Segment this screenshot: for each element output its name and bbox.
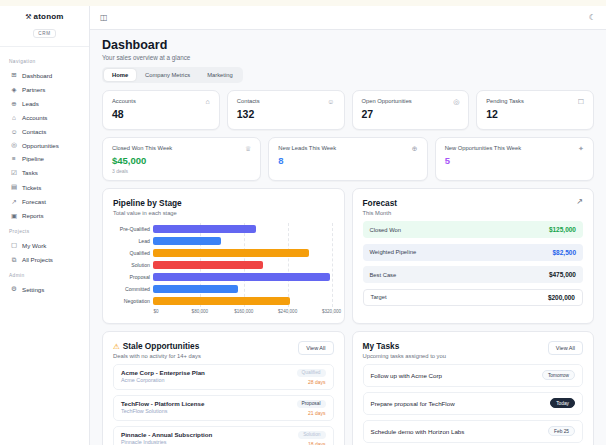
sidebar-item-forecast[interactable]: ↗ Forecast xyxy=(7,194,82,208)
leads-user-plus-icon: ⊕ xyxy=(10,100,18,108)
chart-category-label: Pre-Qualified xyxy=(113,226,153,232)
nav-section-label: Projects xyxy=(9,229,80,234)
task-label: Prepare proposal for TechFlow xyxy=(371,400,455,407)
bottom-row: ⚠ Stale Opportunities Deals with no acti… xyxy=(102,331,594,445)
main-area: ◫ ☾ Dashboard Your sales overview at a g… xyxy=(90,6,606,445)
sidebar-item-label: My Work xyxy=(22,242,46,249)
forecast-label: Best Case xyxy=(370,272,397,278)
chart-bar-row: Pre-Qualified xyxy=(113,223,334,235)
dashboard-tabs: Home Company Metrics Marketing xyxy=(102,67,243,83)
sidebar-item-label: Accounts xyxy=(22,114,47,121)
sidebar-item-label: Contacts xyxy=(22,128,46,135)
chart-bar xyxy=(153,249,309,257)
chart-bar xyxy=(153,261,263,269)
sidebar-item-my-work[interactable]: ▢ My Work xyxy=(7,238,82,252)
task-label: Follow up with Acme Corp xyxy=(371,372,443,379)
my-work-briefcase-icon: ▢ xyxy=(10,241,18,249)
page-title: Dashboard xyxy=(102,38,594,52)
task-row[interactable]: Follow up with Acme Corp Tomorrow xyxy=(363,364,584,387)
my-tasks-card: My Tasks Upcoming tasks assigned to you … xyxy=(352,331,595,445)
user-plus-icon: ⊕ xyxy=(412,145,418,152)
sidebar-item-accounts[interactable]: ⌂ Accounts xyxy=(7,111,82,124)
tab-company-metrics[interactable]: Company Metrics xyxy=(137,69,198,81)
stale-opportunity-row[interactable]: Acme Corp - Enterprise Plan Acme Corpora… xyxy=(113,364,334,390)
stat-label: Accounts xyxy=(112,98,136,104)
theme-toggle-moon-icon[interactable]: ☾ xyxy=(589,14,596,22)
stat-label: Pending Tasks xyxy=(486,98,524,104)
chart-category-label: Lead xyxy=(113,238,153,244)
stale-view-all-button[interactable]: View All xyxy=(298,341,333,355)
stale-title: Stale Opportunities xyxy=(123,341,200,351)
logo-name: atonom xyxy=(34,12,64,21)
sidebar-item-partners[interactable]: ◈ Partners xyxy=(7,82,82,96)
task-row[interactable]: Schedule demo with Horizon Labs Feb 25 xyxy=(363,420,584,443)
sidebar-item-label: Reports xyxy=(22,212,44,219)
target-icon: ◎ xyxy=(453,98,459,105)
tasks-view-all-button[interactable]: View All xyxy=(548,341,583,355)
pipeline-subtitle: Total value in each stage xyxy=(113,210,334,216)
sidebar-item-label: Dashboard xyxy=(22,72,52,79)
sidebar-item-tickets[interactable]: ▤ Tickets xyxy=(7,180,82,194)
sidebar-item-all-projects[interactable]: ⧉ All Projects xyxy=(7,253,82,267)
sidebar-item-dashboard[interactable]: ⊞ Dashboard xyxy=(7,68,82,82)
contacts-user-icon: ☺ xyxy=(10,128,18,135)
week-sub: 3 deals xyxy=(112,168,251,174)
logo-icon: ⚒ xyxy=(25,13,31,21)
sidebar-item-reports[interactable]: ▣ Reports xyxy=(7,209,82,223)
sidebar-item-leads[interactable]: ⊕ Leads xyxy=(7,97,82,111)
sidebar-item-label: Pipeline xyxy=(22,155,44,162)
sidebar-item-label: Settings xyxy=(22,286,44,293)
sidebar-toggle-icon[interactable]: ◫ xyxy=(100,14,108,22)
stale-opportunity-row[interactable]: Pinnacle - Annual Subscription Pinnacle … xyxy=(113,426,334,445)
new-opportunities-week-card: New Opportunities This Week ✦ 5 xyxy=(435,137,594,181)
partners-icon: ◈ xyxy=(10,86,18,94)
chart-axis-tick: $80,000 xyxy=(192,309,209,314)
opportunity-name: Pinnacle - Annual Subscription xyxy=(121,431,212,438)
sidebar: ⚒ atonom CRM Navigation ⊞ Dashboard ◈ Pa… xyxy=(0,6,90,445)
opportunity-company: Pinnacle Industries xyxy=(121,439,212,445)
chart-bar-row: Committed xyxy=(113,283,334,295)
stat-label: Contacts xyxy=(237,98,260,104)
app-logo: ⚒ atonom CRM xyxy=(0,6,89,47)
pipeline-title: Pipeline by Stage xyxy=(113,198,334,208)
warning-triangle-icon: ⚠ xyxy=(113,342,120,351)
week-value: 5 xyxy=(445,155,584,166)
stale-opportunity-row[interactable]: TechFlow - Platform License TechFlow Sol… xyxy=(113,395,334,421)
stage-badge: Proposal xyxy=(297,400,326,408)
sidebar-nav: Navigation ⊞ Dashboard ◈ Partners ⊕ Lead… xyxy=(0,47,89,302)
chart-category-label: Qualified xyxy=(113,250,153,256)
tab-marketing[interactable]: Marketing xyxy=(199,69,240,81)
chart-bar-row: Solution xyxy=(113,259,334,271)
sidebar-item-settings[interactable]: ⚙ Settings xyxy=(7,282,82,296)
stat-value: 132 xyxy=(237,108,335,120)
chart-bar xyxy=(153,297,290,305)
sidebar-item-tasks[interactable]: ☑ Tasks xyxy=(7,166,82,180)
forecast-label: Target xyxy=(371,294,387,300)
sidebar-item-contacts[interactable]: ☺ Contacts xyxy=(7,125,82,138)
stale-subtitle: Deals with no activity for 14+ days xyxy=(113,353,201,359)
weekly-cards-row: Closed Won This Week ♕ $45,000 3 deals N… xyxy=(102,137,594,181)
sidebar-item-label: Forecast xyxy=(22,198,46,205)
tab-home[interactable]: Home xyxy=(104,69,136,81)
pipeline-bars-icon: ≡ xyxy=(10,155,18,162)
nav-section-label: Navigation xyxy=(9,59,80,64)
forecast-label: Closed Won xyxy=(370,227,401,233)
chart-category-label: Solution xyxy=(113,262,153,268)
tasks-title: My Tasks xyxy=(363,341,446,351)
sidebar-item-opportunities[interactable]: ◎ Opportunities xyxy=(7,138,82,152)
week-label: New Leads This Week xyxy=(278,145,336,151)
chart-bar-track xyxy=(153,225,332,233)
stat-value: 27 xyxy=(362,108,460,120)
sidebar-item-pipeline[interactable]: ≡ Pipeline xyxy=(7,152,82,165)
task-row[interactable]: Prepare proposal for TechFlow Today xyxy=(363,392,584,415)
week-value: $45,000 xyxy=(112,155,251,166)
stage-badge: Qualified xyxy=(297,369,326,377)
chart-axis-tick: $0 xyxy=(153,309,158,314)
opportunity-company: Acme Corporation xyxy=(121,377,205,383)
stat-value: 48 xyxy=(112,108,210,120)
forecast-label: Weighted Pipeline xyxy=(370,249,417,255)
pipeline-chart: Pre-QualifiedLeadQualifiedSolutionPropos… xyxy=(113,223,334,318)
middle-row: Pipeline by Stage Total value in each st… xyxy=(102,188,594,324)
due-badge: Feb 25 xyxy=(548,426,575,436)
accounts-stat-card: Accounts ⌂ 48 xyxy=(102,90,220,130)
